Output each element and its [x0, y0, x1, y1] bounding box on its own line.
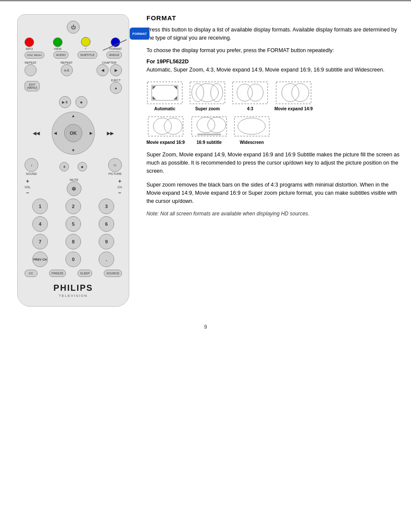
chapter-prev-icon: ◀ [101, 68, 104, 72]
num-9[interactable]: 9 [99, 234, 114, 249]
repeat-label: REPEAT [25, 61, 37, 64]
automatic-label: Automatic [154, 106, 175, 111]
repeat-ab-button[interactable]: A-B [61, 64, 73, 76]
pause-button[interactable]: ⏸ [59, 162, 69, 171]
cc-button[interactable]: CC [25, 270, 37, 277]
angle-button[interactable]: ANGLE [106, 51, 122, 59]
svg-rect-24 [234, 117, 269, 136]
svg-point-16 [292, 84, 309, 102]
nav-up-button[interactable]: ▲ [72, 114, 75, 118]
nav-wrapper: ◀◀ OK ▲ ▼ ◀ ▶ ▶▶ [43, 112, 103, 155]
num-5[interactable]: 5 [65, 216, 81, 232]
picture-button[interactable]: ▭ [108, 158, 122, 172]
format-icons-row2: Movie expand 16:9 16:9 subtitle [146, 115, 402, 145]
format-icon-16-9-subtitle: 16:9 subtitle [191, 115, 227, 145]
vol-plus[interactable]: + [26, 178, 29, 184]
num-3[interactable]: 3 [99, 199, 114, 214]
chapter-next-button[interactable]: ▶ [110, 64, 122, 76]
svg-rect-2 [152, 85, 178, 100]
dot-button[interactable]: . [99, 252, 114, 267]
format-icons-row1: Automatic Super zoom [146, 81, 402, 111]
num-0[interactable]: 0 [65, 252, 81, 267]
num-7[interactable]: 7 [32, 234, 48, 249]
remote-section: ⏻ INFO VIEW ✓ FORMAT [9, 14, 138, 307]
ok-button[interactable]: OK [64, 124, 82, 142]
format-icon-widescreen: Widescreen [234, 115, 270, 145]
check-label: ✓ [84, 47, 87, 50]
power-button[interactable]: ⏻ [67, 21, 80, 34]
repeat-ab-label: A-B [64, 69, 69, 72]
nav-right-button[interactable]: ▶ [90, 131, 93, 135]
freeze-button[interactable]: FREEZE [49, 270, 66, 277]
4-3-label: 4:3 [247, 106, 253, 111]
mute-button[interactable]: ✲ [67, 181, 81, 196]
svg-point-8 [196, 84, 218, 102]
description2: Super zoom removes the black bars on the… [146, 181, 402, 205]
chapter-prev-button[interactable]: ◀ [97, 64, 109, 76]
num-8[interactable]: 8 [65, 234, 81, 249]
info-button[interactable] [25, 37, 34, 47]
super-zoom-icon-svg [189, 81, 226, 105]
widescreen-label: Widescreen [240, 140, 264, 145]
format-icon-4-3: 4:3 [232, 81, 268, 111]
num-1[interactable]: 1 [32, 199, 48, 214]
num-2[interactable]: 2 [65, 199, 81, 214]
svg-point-10 [211, 84, 223, 102]
stop2-button[interactable]: ■ [78, 162, 87, 171]
instruction-text: To choose the display format you prefer,… [146, 47, 402, 55]
format-icon-automatic: Automatic [146, 81, 183, 111]
ch-minus[interactable]: – [118, 190, 121, 196]
num-6[interactable]: 6 [99, 216, 114, 232]
automatic-icon-svg [146, 81, 183, 105]
info-label: INFO [26, 47, 33, 50]
philips-logo: PHILIPS [25, 283, 122, 293]
intro-text: Press this button to display a list of a… [146, 26, 402, 42]
numpad: 1 2 3 4 5 6 7 8 9 PREV CH 0 . [25, 199, 122, 267]
svg-rect-11 [233, 82, 268, 104]
format-callout-button[interactable]: FORMAT [130, 28, 149, 40]
sleep-button[interactable]: SLEEP [78, 270, 93, 277]
section-title: FORMAT [146, 14, 402, 22]
stop-button[interactable]: ■ [75, 96, 87, 108]
audio-button[interactable]: AUDIO [53, 51, 68, 59]
television-label: TELEVISION [25, 294, 122, 298]
num-4[interactable]: 4 [32, 216, 48, 232]
format-icon-movie-14-9: Movie expand 14:9 [274, 81, 313, 111]
movie-16-9-label: Movie expand 16:9 [146, 140, 185, 145]
view-label: VIEW [54, 47, 62, 50]
repeat-label2: REPEAT [61, 61, 73, 64]
ch-plus[interactable]: + [118, 178, 121, 184]
eject-button[interactable]: ▲ [110, 82, 122, 94]
svg-rect-14 [276, 82, 311, 104]
play-pause-button[interactable]: ▶⏸ [59, 96, 71, 108]
exit-menu-button[interactable]: EXIT (MENU) [25, 81, 40, 91]
chapter-next-icon: ▶ [115, 68, 118, 72]
nav-far-right-button[interactable]: ▶▶ [107, 131, 114, 136]
svg-marker-6 [174, 96, 177, 100]
super-zoom-label: Super zoom [195, 106, 220, 111]
svg-point-18 [153, 118, 171, 134]
view-button[interactable] [53, 37, 62, 47]
vol-minus[interactable]: – [26, 190, 29, 196]
svg-point-22 [208, 117, 226, 133]
16-9-subtitle-label: 16:9 subtitle [196, 140, 221, 145]
format-color-label: FORMAT [109, 47, 122, 50]
repeat-button[interactable] [25, 64, 37, 76]
prev-ch-button[interactable]: PREV CH [32, 252, 48, 267]
nav-left-button[interactable]: ◀ [54, 131, 57, 135]
check-button[interactable] [81, 37, 90, 47]
source-button[interactable]: SOURCE [104, 270, 122, 277]
sound-button[interactable]: ♪ [25, 158, 38, 172]
format-icon-super-zoom: Super zoom [189, 81, 226, 111]
chapter-label: CHAPTER [102, 61, 116, 64]
disc-menu-button[interactable]: DISC MENU [25, 52, 44, 59]
bottom-row: CC FREEZE SLEEP SOURCE [25, 270, 122, 277]
movie-14-9-label: Movie expand 14:9 [274, 106, 313, 111]
remote-control: ⏻ INFO VIEW ✓ FORMAT [17, 14, 129, 307]
nav-far-left-button[interactable]: ◀◀ [33, 131, 40, 136]
subtitle-button[interactable]: SUBTITLE [78, 51, 97, 59]
nav-down-button[interactable]: ▼ [72, 148, 75, 152]
vol-label: VOL [25, 186, 31, 189]
svg-point-25 [238, 118, 265, 134]
format-color-button[interactable] [111, 37, 120, 47]
